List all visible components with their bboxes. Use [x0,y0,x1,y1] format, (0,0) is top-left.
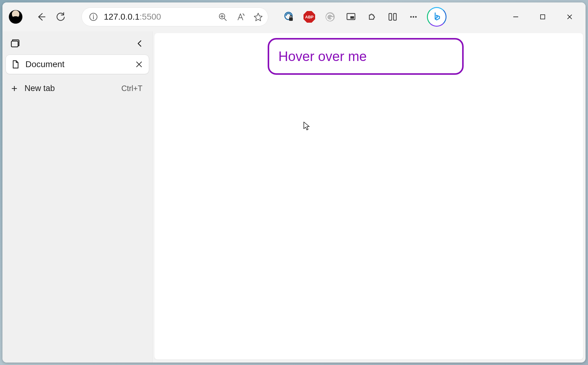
split-screen-icon [387,12,398,22]
read-aloud-icon [236,12,245,21]
adblock-button[interactable]: ABP [300,8,318,26]
more-button[interactable] [404,8,423,26]
new-tab-button[interactable]: + New tab Ctrl+T [6,78,149,98]
favorite-button[interactable] [252,11,264,23]
window-controls [502,6,583,28]
new-tab-shortcut: Ctrl+T [121,84,142,93]
chevron-left-icon [136,40,144,48]
maximize-button[interactable] [529,6,556,28]
tracking-prevention-button[interactable] [279,8,298,26]
new-tab-label: New tab [24,84,116,93]
read-aloud-button[interactable] [234,11,247,23]
collapse-sidebar-button[interactable] [132,36,147,51]
bing-chat-button[interactable] [427,7,447,27]
grammarly-button[interactable] [321,8,339,26]
svg-point-14 [410,16,412,17]
tab-title: Document [25,59,127,69]
abp-icon: ABP [303,11,315,23]
tabs-icon [10,38,20,49]
svg-point-15 [413,16,414,17]
maximize-icon [540,14,545,20]
browser-window: 127.0.0.1:5500 [2,2,586,363]
extensions-button[interactable] [363,8,381,26]
vertical-tabs-sidebar: Document + New tab Ctrl+T [2,31,153,363]
plus-icon: + [10,83,19,93]
close-tab-button[interactable] [132,58,146,71]
avatar [9,10,23,24]
refresh-button[interactable] [51,8,70,26]
svg-line-4 [224,18,226,21]
hover-box-text: Hover over me [278,49,367,64]
grammarly-icon [325,11,336,22]
refresh-icon [55,12,66,22]
address-text[interactable]: 127.0.0.1:5500 [104,12,212,22]
active-tab[interactable]: Document [6,55,149,74]
svg-point-16 [415,16,417,17]
zoom-button[interactable] [217,11,229,23]
svg-rect-18 [541,15,545,19]
svg-point-2 [93,14,94,15]
close-icon [567,14,573,20]
pip-button[interactable] [342,8,360,26]
tab-actions-button[interactable] [9,37,21,50]
profile-button[interactable] [7,9,24,25]
more-icon [408,12,419,22]
shield-lock-icon [283,11,294,22]
toolbar-right: ABP [279,7,447,27]
hover-box[interactable]: Hover over me [268,38,464,75]
star-icon [254,12,263,21]
puzzle-icon [367,12,377,22]
document-icon [11,60,20,69]
address-port: :5500 [140,12,161,21]
page-viewport: Hover over me [154,33,583,359]
nav-buttons [32,8,70,26]
site-info-button[interactable] [87,11,100,23]
cursor-icon [303,121,310,131]
titlebar: 127.0.0.1:5500 [2,2,586,31]
address-actions [217,11,264,23]
back-button[interactable] [32,8,50,26]
address-host: 127.0.0.1 [104,12,140,21]
abp-label: ABP [305,15,313,19]
close-icon [136,61,142,68]
minimize-button[interactable] [502,6,529,28]
info-icon [89,12,98,21]
close-window-button[interactable] [556,6,583,28]
svg-rect-12 [389,13,392,20]
address-bar[interactable]: 127.0.0.1:5500 [81,7,268,26]
picture-in-picture-icon [346,12,356,22]
arrow-left-icon [36,12,46,22]
sidebar-head [6,32,149,55]
body-split: Document + New tab Ctrl+T Hover over me [2,31,586,363]
svg-rect-21 [11,41,18,47]
minimize-icon [513,14,519,20]
zoom-in-icon [218,12,227,21]
svg-rect-11 [350,16,354,19]
svg-rect-13 [394,13,396,20]
bing-icon [432,12,442,22]
split-screen-button[interactable] [383,8,402,26]
svg-rect-8 [289,17,293,21]
